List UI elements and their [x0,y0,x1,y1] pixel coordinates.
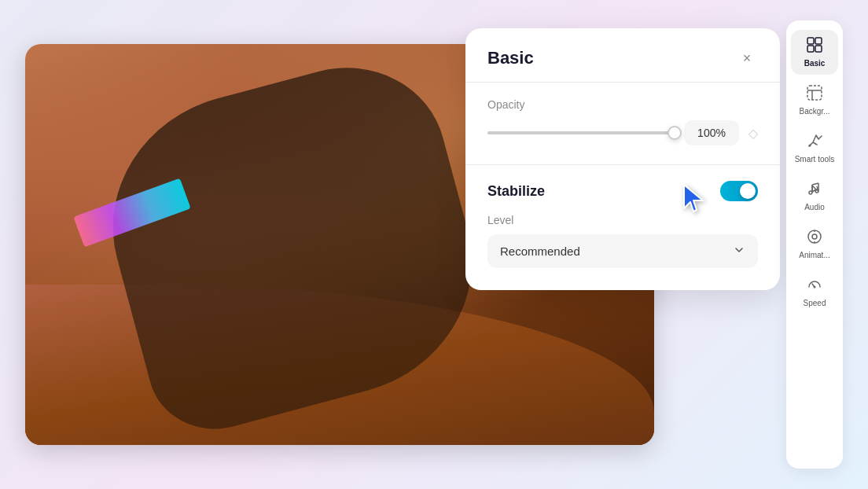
panel-title: Basic [487,48,534,68]
dropdown-selected-value: Recommended [500,244,580,258]
right-sidebar: Basic Backgr... Smart tools [786,20,843,469]
middle-divider [465,164,780,165]
smart-tools-icon [806,132,823,152]
toggle-background [720,181,758,201]
sidebar-item-audio[interactable]: Audio [791,174,838,219]
stabilize-label: Stabilize [487,183,545,200]
background-icon [806,84,823,104]
opacity-slider[interactable] [487,131,675,134]
panel-header: Basic × [487,47,758,69]
sidebar-animate-label: Animat... [799,251,829,260]
svg-point-14 [812,234,817,239]
svg-rect-2 [807,46,814,52]
svg-rect-0 [807,38,814,44]
svg-point-13 [808,230,821,243]
main-container: Basic × Opacity ◇ Stabilize [25,20,843,469]
opacity-label: Opacity [487,98,758,111]
slider-fill [487,131,675,134]
sidebar-item-animate[interactable]: Animat... [791,222,838,267]
sidebar-item-smart-tools[interactable]: Smart tools [791,126,838,171]
svg-rect-4 [807,86,822,100]
sidebar-background-label: Backgr... [800,107,830,116]
opacity-value-input[interactable] [684,120,739,145]
stabilize-toggle[interactable] [720,181,758,201]
svg-rect-1 [815,38,822,44]
sidebar-speed-label: Speed [804,299,826,308]
stabilize-row: Stabilize [487,181,758,201]
toggle-thumb [740,183,756,199]
sidebar-basic-label: Basic [804,59,826,68]
sidebar-item-background[interactable]: Backgr... [791,78,838,123]
audio-icon [806,180,823,200]
basic-icon [806,36,823,56]
sidebar-smart-tools-label: Smart tools [795,155,835,164]
svg-point-7 [809,145,811,147]
sidebar-audio-label: Audio [804,203,825,212]
chevron-down-icon [733,244,745,259]
level-label: Level [487,214,758,226]
svg-rect-3 [815,46,822,52]
speed-icon [806,276,823,296]
sidebar-item-basic[interactable]: Basic [791,30,838,75]
close-icon: × [743,50,752,67]
svg-line-12 [812,183,818,185]
diamond-icon: ◇ [748,126,758,141]
slider-thumb [668,126,682,140]
opacity-row: ◇ [487,120,758,145]
top-divider [465,82,780,83]
level-dropdown[interactable]: Recommended [487,234,758,268]
basic-panel: Basic × Opacity ◇ Stabilize [465,28,780,290]
svg-point-17 [814,286,816,289]
animate-icon [806,228,823,248]
close-button[interactable]: × [736,47,758,69]
sidebar-item-speed[interactable]: Speed [791,270,838,314]
